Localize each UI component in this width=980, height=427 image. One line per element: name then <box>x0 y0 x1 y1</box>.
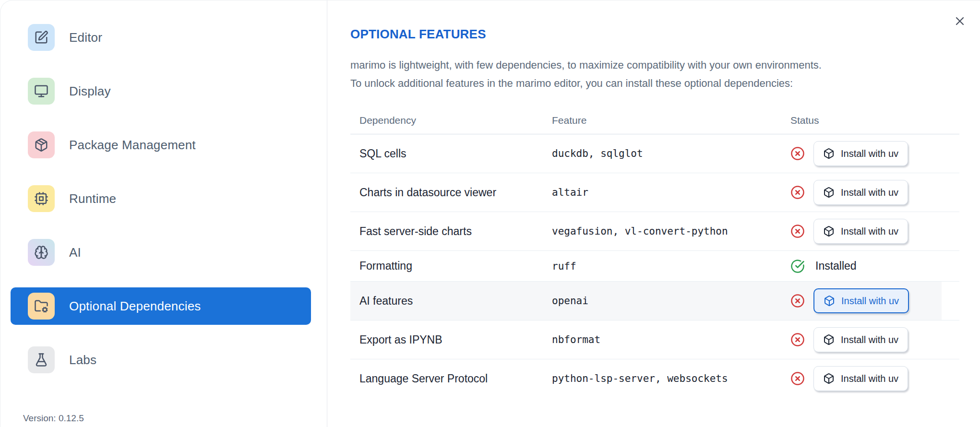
column-header-status: Status <box>790 115 959 126</box>
dependency-cell: Export as IPYNB <box>350 333 543 346</box>
optional-features-panel: OPTIONAL FEATURES marimo is lightweight,… <box>327 0 980 427</box>
package-icon <box>34 138 48 152</box>
circle-check-icon <box>790 259 805 273</box>
package-icon-box <box>28 131 55 158</box>
install-button-label: Install with uv <box>841 148 898 159</box>
description-line: marimo is lightweight, with few dependen… <box>350 56 959 74</box>
feature-cell: altair <box>543 187 790 198</box>
install-button-label: Install with uv <box>841 373 898 384</box>
cpu-icon-box <box>28 185 55 212</box>
brain-icon-box <box>28 239 55 266</box>
sidebar-item-label: Editor <box>69 30 102 45</box>
sidebar-item-optional-dependencies[interactable]: Optional Dependencies <box>11 287 311 325</box>
feature-cell: ruff <box>543 261 790 272</box>
status-cell: Install with uv <box>790 288 959 313</box>
folder-cog-icon <box>34 299 48 313</box>
monitor-icon <box>34 84 48 98</box>
sidebar-item-label: Optional Dependencies <box>69 299 201 314</box>
table-row: Charts in datasource viewer altair Insta… <box>350 173 959 212</box>
settings-dialog: Editor Display Package Management Runtim… <box>0 0 980 427</box>
settings-sidebar: Editor Display Package Management Runtim… <box>0 0 327 427</box>
install-with-uv-button[interactable]: Install with uv <box>813 219 908 244</box>
sidebar-item-labs[interactable]: Labs <box>11 341 311 379</box>
installed-label: Installed <box>815 260 857 273</box>
status-cell: Install with uv <box>790 180 959 205</box>
status-cell: Install with uv <box>790 327 959 352</box>
sidebar-item-label: Runtime <box>69 191 116 206</box>
cpu-icon <box>34 191 48 206</box>
install-with-uv-button[interactable]: Install with uv <box>813 366 908 391</box>
install-with-uv-button[interactable]: Install with uv <box>813 141 908 166</box>
status-cell: Install with uv <box>790 366 959 391</box>
sidebar-item-ai[interactable]: AI <box>11 234 311 271</box>
sidebar-item-label: Package Management <box>69 138 196 153</box>
install-button-label: Install with uv <box>841 187 898 198</box>
circle-x-icon <box>790 332 805 347</box>
feature-cell: openai <box>543 295 790 307</box>
dependency-cell: Formatting <box>350 260 543 273</box>
monitor-icon-box <box>28 78 55 105</box>
circle-x-icon <box>790 146 805 161</box>
dependencies-table: Dependency Feature Status SQL cells duck… <box>350 107 959 398</box>
dependency-cell: Charts in datasource viewer <box>350 186 543 199</box>
table-row: Fast server-side charts vegafusion, vl-c… <box>350 212 959 251</box>
status-cell: Install with uv <box>790 219 959 244</box>
flask-icon <box>34 353 48 367</box>
circle-x-icon <box>790 224 805 238</box>
install-with-uv-button[interactable]: Install with uv <box>813 180 908 205</box>
panel-description: marimo is lightweight, with few dependen… <box>350 56 959 93</box>
status-cell: Installed <box>790 259 959 273</box>
box-icon <box>823 334 835 345</box>
box-icon <box>823 225 835 237</box>
close-button[interactable] <box>952 13 968 29</box>
flask-icon-box <box>28 346 55 373</box>
table-row: SQL cells duckdb, sqlglot Install with u… <box>350 134 959 173</box>
feature-cell: duckdb, sqlglot <box>543 148 790 159</box>
description-line: To unlock additional features in the mar… <box>350 74 959 93</box>
dependency-cell: SQL cells <box>350 147 543 160</box>
table-row: AI features openai Install with uv <box>350 282 959 320</box>
close-icon <box>953 14 967 28</box>
box-icon <box>824 295 835 307</box>
box-icon <box>823 148 835 159</box>
circle-x-icon <box>790 294 805 308</box>
install-with-uv-button[interactable]: Install with uv <box>813 327 908 352</box>
sidebar-item-label: Labs <box>69 353 96 368</box>
version-label: Version: 0.12.5 <box>11 413 311 424</box>
install-button-label: Install with uv <box>841 334 898 345</box>
dependency-cell: Language Server Protocol <box>350 372 543 385</box>
brain-icon <box>34 245 48 260</box>
folder-cog-icon-box <box>28 293 55 320</box>
install-button-label: Install with uv <box>841 226 898 237</box>
sidebar-item-display[interactable]: Display <box>11 72 311 110</box>
sidebar-item-runtime[interactable]: Runtime <box>11 180 311 217</box>
page-title: OPTIONAL FEATURES <box>350 27 959 42</box>
install-button-label: Install with uv <box>841 296 899 307</box>
dependency-cell: Fast server-side charts <box>350 225 543 238</box>
sidebar-item-package-management[interactable]: Package Management <box>11 126 311 164</box>
column-header-feature: Feature <box>543 115 790 126</box>
feature-cell: nbformat <box>543 334 790 345</box>
sidebar-nav: Editor Display Package Management Runtim… <box>11 19 311 395</box>
circle-x-icon <box>790 371 805 386</box>
sidebar-item-label: Display <box>69 84 111 99</box>
box-icon <box>823 373 835 384</box>
table-row: Language Server Protocol python-lsp-serv… <box>350 359 959 398</box>
table-header-row: Dependency Feature Status <box>350 107 959 134</box>
sidebar-item-label: AI <box>69 245 81 260</box>
sidebar-item-editor[interactable]: Editor <box>11 19 311 56</box>
status-cell: Install with uv <box>790 141 959 166</box>
column-header-dependency: Dependency <box>350 115 543 126</box>
install-with-uv-button[interactable]: Install with uv <box>813 288 909 313</box>
dependency-cell: AI features <box>350 295 543 308</box>
table-row: Formatting ruff Installed <box>350 251 959 282</box>
square-pen-icon <box>34 30 48 45</box>
table-row: Export as IPYNB nbformat Install with uv <box>350 320 959 359</box>
box-icon <box>823 187 835 198</box>
feature-cell: vegafusion, vl-convert-python <box>543 225 790 237</box>
table-body: SQL cells duckdb, sqlglot Install with u… <box>350 134 959 398</box>
circle-x-icon <box>790 185 805 200</box>
square-pen-icon-box <box>28 24 55 51</box>
feature-cell: python-lsp-server, websockets <box>543 373 790 384</box>
